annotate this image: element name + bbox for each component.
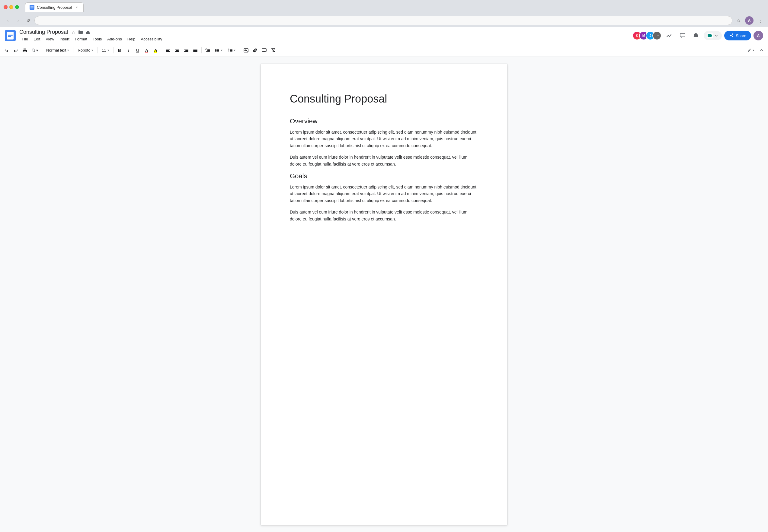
toolbar-sep-1: [42, 47, 42, 53]
text-style-dropdown[interactable]: Normal text ▾: [44, 46, 71, 55]
font-size-arrow: ▾: [107, 49, 109, 52]
underline-button[interactable]: U: [133, 46, 142, 55]
clear-formatting-button[interactable]: [269, 46, 278, 55]
svg-rect-26: [208, 51, 210, 52]
align-left-button[interactable]: [164, 46, 172, 55]
svg-rect-7: [8, 36, 11, 37]
numbered-list-dropdown[interactable]: 1. 2. 3. ▾: [226, 46, 238, 55]
svg-rect-15: [175, 49, 179, 49]
user-avatar[interactable]: A: [754, 31, 763, 40]
menu-insert[interactable]: Insert: [57, 36, 72, 42]
browser-profile-avatar[interactable]: A: [745, 16, 754, 25]
align-justify-button[interactable]: [191, 46, 200, 55]
svg-rect-38: [230, 51, 233, 52]
zoom-arrow-icon: ▾: [36, 48, 38, 52]
align-right-button[interactable]: [182, 46, 190, 55]
expand-toolbar-button[interactable]: [757, 46, 766, 55]
font-size-dropdown[interactable]: 11 ▾: [99, 46, 111, 55]
menu-format[interactable]: Format: [72, 36, 90, 42]
comments-button[interactable]: [677, 30, 688, 41]
reload-button[interactable]: ↺: [24, 16, 33, 25]
notifications-button[interactable]: [690, 30, 701, 41]
svg-text:3.: 3.: [228, 51, 230, 52]
address-bar[interactable]: [34, 16, 732, 25]
goals-paragraph-2: Duis autem vel eum iriure dolor in hendr…: [290, 209, 478, 222]
forward-button[interactable]: ›: [14, 16, 22, 25]
tab-favicon: [30, 5, 34, 10]
star-icon[interactable]: ☆: [70, 29, 76, 35]
docs-app: Consulting Proposal ☆ Fi: [0, 27, 768, 532]
insert-comment-button[interactable]: [260, 46, 268, 55]
docs-page[interactable]: Consulting Proposal Overview Lorem ipsum…: [261, 64, 507, 525]
svg-rect-30: [217, 50, 219, 51]
svg-rect-21: [193, 49, 198, 49]
section-heading-goals: Goals: [290, 172, 478, 180]
menu-help[interactable]: Help: [125, 36, 138, 42]
document-title[interactable]: Consulting Proposal: [19, 29, 68, 35]
editing-mode-dropdown[interactable]: ▾: [745, 46, 757, 55]
font-dropdown[interactable]: Roboto ▾: [75, 46, 95, 55]
bold-button[interactable]: B: [115, 46, 124, 55]
docs-title-area: Consulting Proposal ☆ Fi: [19, 29, 629, 42]
svg-rect-25: [208, 50, 210, 51]
collaborator-avatars: K M J ⋯: [633, 31, 662, 40]
text-color-button[interactable]: A: [142, 46, 151, 55]
tab-close-button[interactable]: ×: [74, 5, 79, 10]
print-button[interactable]: [21, 46, 29, 55]
minimize-window-button[interactable]: [9, 5, 13, 9]
undo-button[interactable]: [2, 46, 11, 55]
close-window-button[interactable]: [4, 5, 8, 9]
svg-rect-39: [244, 49, 248, 52]
menu-file[interactable]: File: [19, 36, 30, 42]
highlight-button[interactable]: A: [151, 46, 160, 55]
share-button[interactable]: Share: [724, 31, 751, 40]
back-button[interactable]: ‹: [4, 16, 12, 25]
svg-rect-34: [230, 49, 233, 49]
italic-button[interactable]: I: [124, 46, 133, 55]
browser-chrome: Consulting Proposal × ‹ › ↺ ☆ A ⋮: [0, 0, 768, 27]
redo-button[interactable]: [11, 46, 20, 55]
menu-edit[interactable]: Edit: [31, 36, 43, 42]
menu-accessibility[interactable]: Accessibility: [138, 36, 165, 42]
docs-app-icon[interactable]: [5, 30, 16, 41]
docs-toolbar: ▾ Normal text ▾ Roboto ▾ 11 ▾ B I U A A: [0, 44, 768, 56]
meet-button[interactable]: [704, 31, 722, 40]
menu-addons[interactable]: Add-ons: [105, 36, 124, 42]
docs-content[interactable]: Consulting Proposal Overview Lorem ipsum…: [12, 56, 756, 532]
svg-rect-18: [184, 49, 188, 49]
svg-rect-2: [30, 7, 33, 8]
analytics-button[interactable]: [664, 30, 675, 41]
collaborator-avatar-4[interactable]: ⋯: [652, 31, 662, 40]
bullet-list-dropdown[interactable]: ▾: [213, 46, 225, 55]
menu-view[interactable]: View: [43, 36, 56, 42]
browser-more-button[interactable]: ⋮: [756, 16, 764, 25]
folder-icon[interactable]: [78, 29, 84, 35]
overview-paragraph-1: Lorem ipsum dolor sit amet, consectetuer…: [290, 129, 478, 149]
svg-rect-12: [166, 49, 170, 49]
svg-rect-32: [217, 51, 219, 52]
svg-rect-41: [262, 49, 266, 52]
svg-rect-16: [176, 50, 179, 51]
line-spacing-button[interactable]: [204, 46, 212, 55]
maximize-window-button[interactable]: [15, 5, 19, 9]
svg-rect-20: [184, 51, 188, 52]
docs-header-right: K M J ⋯: [633, 30, 763, 41]
text-style-arrow: ▾: [67, 49, 69, 52]
insert-link-button[interactable]: [251, 46, 259, 55]
bookmark-button[interactable]: ☆: [734, 16, 743, 25]
docs-title-row: Consulting Proposal ☆: [19, 29, 629, 35]
svg-rect-17: [175, 51, 179, 52]
cloud-icon[interactable]: [85, 29, 91, 35]
toolbar-sep-5: [162, 47, 162, 53]
svg-rect-23: [193, 51, 198, 52]
svg-rect-14: [166, 51, 170, 52]
active-tab[interactable]: Consulting Proposal ×: [25, 2, 84, 12]
svg-point-29: [215, 50, 216, 51]
zoom-control[interactable]: ▾: [30, 46, 40, 55]
browser-titlebar: Consulting Proposal ×: [0, 0, 768, 14]
numbered-list-arrow: ▾: [234, 49, 236, 52]
menu-tools[interactable]: Tools: [90, 36, 104, 42]
align-center-button[interactable]: [173, 46, 181, 55]
toolbar-sep-3: [97, 47, 97, 53]
insert-image-button[interactable]: [242, 46, 250, 55]
